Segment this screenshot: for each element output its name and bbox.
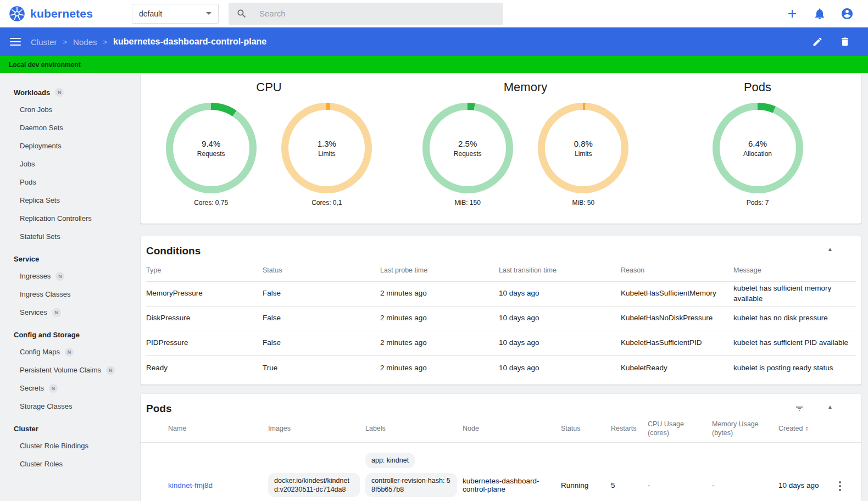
sidebar-item-replica-sets[interactable]: Replica Sets xyxy=(0,191,132,209)
sidebar-item-persistent-volume-claims[interactable]: Persistent Volume Claims N xyxy=(0,361,132,379)
pods-table: Name Images Labels Node Status Restarts … xyxy=(141,416,861,501)
delete-button[interactable] xyxy=(839,36,850,47)
donut-chart-cpu-limits: 1.3% Limits Cores: 0,1 xyxy=(281,103,372,207)
donut-ring: 6.4% Allocation xyxy=(713,103,803,193)
conditions-title: Conditions xyxy=(141,245,861,257)
pod-memory-usage: - xyxy=(712,442,778,501)
label-chip: controller-revision-hash: 58f5b657b8 xyxy=(365,473,457,498)
plus-icon xyxy=(786,7,799,20)
breadcrumb-nodes[interactable]: Nodes xyxy=(73,37,97,47)
donut-chart-pods-allocation: 6.4% Allocation Pods: 7 xyxy=(713,103,803,207)
sidebar-item-cluster-roles[interactable]: Cluster Roles xyxy=(0,455,132,473)
sidebar-item-ingresses[interactable]: Ingresses N xyxy=(0,267,132,285)
account-button[interactable] xyxy=(841,7,854,20)
sidebar-item-stateful-sets[interactable]: Stateful Sets xyxy=(0,227,132,246)
donut-footer: Cores: 0,75 xyxy=(194,199,228,207)
edit-button[interactable] xyxy=(812,36,823,47)
page-title: kubernetes-dashboard-control-plane xyxy=(113,37,266,47)
chevron-down-icon xyxy=(206,12,212,15)
chevron-right-icon: > xyxy=(103,38,107,46)
donut-ring: 0.8% Limits xyxy=(538,103,628,193)
collapse-icon[interactable]: ▲ xyxy=(827,404,833,410)
table-row: DiskPressure False 2 minutes ago 10 days… xyxy=(146,306,856,331)
filter-icon[interactable] xyxy=(794,404,804,415)
column-header-labels: Labels xyxy=(365,416,463,442)
sidebar-item-deployments[interactable]: Deployments xyxy=(0,137,132,155)
app-title: kubernetes xyxy=(30,7,93,20)
namespace-selector[interactable]: default xyxy=(132,4,219,24)
namespaced-badge: N xyxy=(65,348,74,357)
sidebar-section-workloads: Workloads N xyxy=(0,84,132,101)
namespace-value: default xyxy=(139,9,162,18)
app-logo: kubernetes xyxy=(0,5,132,22)
column-header-images: Images xyxy=(268,416,365,442)
donut-ring: 2.5% Requests xyxy=(422,103,513,193)
allocation-charts-card: CPU 9.4% Requests Cores: 0,75 xyxy=(141,74,861,224)
sidebar-item-cluster-role-bindings[interactable]: Cluster Role Bindings xyxy=(0,437,132,455)
sidebar-item-pods[interactable]: Pods xyxy=(0,173,132,191)
add-resource-button[interactable] xyxy=(786,7,799,20)
sidebar-item-cron-jobs[interactable]: Cron Jobs xyxy=(0,101,132,119)
column-header-actions xyxy=(837,416,861,442)
pod-name-link[interactable]: kindnet-fmj8d xyxy=(168,481,213,489)
column-header-last-probe-time: Last probe time xyxy=(380,259,499,281)
collapse-icon[interactable]: ▲ xyxy=(827,246,833,252)
namespaced-badge: N xyxy=(55,88,64,97)
column-header-last-transition-time: Last transition time xyxy=(499,259,621,281)
image-chip: docker.io/kindest/kindnetd:v20230511-dc7… xyxy=(268,473,360,498)
sidebar-item-daemon-sets[interactable]: Daemon Sets xyxy=(0,119,132,137)
kebab-menu-icon[interactable] xyxy=(837,479,843,493)
column-header-restarts: Restarts xyxy=(611,416,648,442)
namespaced-badge: N xyxy=(106,366,115,375)
conditions-table: Type Status Last probe time Last transit… xyxy=(146,259,856,380)
donut-footer: Cores: 0,1 xyxy=(311,199,342,207)
namespaced-badge: N xyxy=(49,384,58,393)
notifications-button[interactable] xyxy=(813,7,826,20)
column-header-cpu-usage: CPU Usage (cores) xyxy=(648,416,712,442)
column-header-memory-usage: Memory Usage (bytes) xyxy=(712,416,778,442)
search-icon xyxy=(236,8,247,19)
pod-cpu-usage: - xyxy=(648,442,712,501)
sidebar-section-config-storage: Config and Storage xyxy=(0,326,132,343)
column-header-message: Message xyxy=(733,259,856,281)
hamburger-menu-icon[interactable] xyxy=(10,38,21,46)
pods-title: Pods xyxy=(141,403,861,415)
bell-icon xyxy=(813,7,826,20)
namespaced-badge: N xyxy=(52,308,61,317)
table-row: kindnet-fmj8d docker.io/kindest/kindnetd… xyxy=(141,442,861,501)
search-input[interactable] xyxy=(259,9,496,18)
column-header-status: Status xyxy=(263,259,380,281)
breadcrumb-bar: Cluster > Nodes > kubernetes-dashboard-c… xyxy=(0,27,868,56)
donut-chart-memory-requests: 2.5% Requests MiB: 150 xyxy=(422,103,513,207)
table-row: MemoryPressure False 2 minutes ago 10 da… xyxy=(146,281,856,306)
sidebar-nav: Workloads N Cron Jobs Daemon Sets Deploy… xyxy=(0,73,132,501)
breadcrumb-cluster[interactable]: Cluster xyxy=(31,37,57,47)
column-header-created[interactable]: Created↑ xyxy=(778,416,837,442)
chevron-right-icon: > xyxy=(63,38,68,46)
donut-chart-memory-limits: 0.8% Limits MiB: 50 xyxy=(538,103,628,207)
pencil-icon xyxy=(812,36,823,47)
donut-ring: 9.4% Requests xyxy=(166,103,257,193)
column-header-type: Type xyxy=(146,259,263,281)
donut-footer: MiB: 150 xyxy=(454,199,480,207)
conditions-card: Conditions ▲ Type Status Last probe time… xyxy=(141,236,861,385)
column-header-name: Name xyxy=(168,416,268,442)
donut-ring: 1.3% Limits xyxy=(281,103,372,193)
donut-footer: Pods: 7 xyxy=(747,199,769,207)
trash-icon xyxy=(839,36,850,47)
search-bar[interactable] xyxy=(229,3,503,25)
column-header-status: Status xyxy=(561,416,611,442)
table-row: Ready True 2 minutes ago 10 days ago Kub… xyxy=(146,355,856,380)
sidebar-item-services[interactable]: Services N xyxy=(0,303,132,321)
sidebar-section-service: Service xyxy=(0,250,132,267)
sidebar-item-replication-controllers[interactable]: Replication Controllers xyxy=(0,209,132,227)
kubernetes-logo-icon xyxy=(9,5,25,22)
chart-group-title-cpu: CPU xyxy=(256,79,281,96)
top-app-bar: kubernetes default xyxy=(0,0,868,27)
pod-restarts: 5 xyxy=(611,442,648,501)
sidebar-item-ingress-classes[interactable]: Ingress Classes xyxy=(0,285,132,303)
sidebar-item-storage-classes[interactable]: Storage Classes xyxy=(0,397,132,415)
sidebar-item-secrets[interactable]: Secrets N xyxy=(0,379,132,397)
sidebar-item-jobs[interactable]: Jobs xyxy=(0,155,132,173)
sidebar-item-config-maps[interactable]: Config Maps N xyxy=(0,343,132,361)
